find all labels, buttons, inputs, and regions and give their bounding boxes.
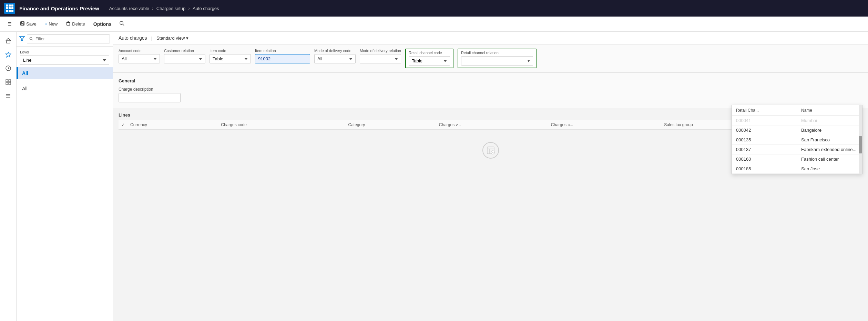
customer-relation-label: Customer relation: [164, 49, 205, 53]
col-check: ✓: [119, 120, 127, 130]
breadcrumb-auto-charges[interactable]: Auto charges: [193, 6, 219, 11]
delete-button[interactable]: Delete: [62, 19, 89, 29]
left-panel: Level Line All All: [17, 32, 113, 321]
main-content: Auto charges | Standard view ▾ Account c…: [113, 32, 868, 321]
filter-retail-channel-relation: Retail channel relation ▾: [458, 49, 537, 68]
save-icon: [20, 21, 25, 27]
account-code-label: Account code: [119, 49, 160, 53]
col-charges-code: Charges code: [218, 120, 345, 130]
dropdown-scrollbar-track[interactable]: [859, 105, 862, 174]
item-relation-select[interactable]: 91002: [255, 54, 310, 63]
nav-list: All All: [17, 67, 113, 321]
level-select[interactable]: Line: [20, 56, 109, 65]
dropdown-row-truncated[interactable]: 000041 Mumbai: [732, 116, 862, 126]
general-section-title: General: [119, 78, 862, 83]
sidebar-item-list[interactable]: [2, 90, 14, 102]
dropdown-col1-header: Retail Cha...: [732, 107, 797, 114]
svg-point-6: [120, 21, 123, 24]
sidebar-item-home[interactable]: [2, 34, 14, 47]
nav-item-all-active[interactable]: All: [17, 67, 113, 79]
sidebar-icons: [0, 32, 17, 321]
new-icon: +: [45, 21, 48, 27]
dropdown-row-4[interactable]: 000185 San Jose: [732, 164, 862, 174]
view-chevron-icon: ▾: [186, 36, 188, 41]
dropdown-cell-name-4: San Jose: [797, 166, 862, 171]
filter-bar: [17, 32, 113, 47]
dropdown-row-2[interactable]: 000137 Fabrikam extended online...: [732, 145, 862, 154]
svg-rect-14: [9, 82, 11, 84]
view-selector[interactable]: Standard view ▾: [156, 36, 188, 41]
mode-delivery-relation-select[interactable]: [360, 54, 401, 63]
dropdown-cell-name-2: Fabrikam extended online...: [797, 147, 862, 152]
filter-mode-delivery-code: Mode of delivery code All: [314, 49, 356, 63]
retail-channel-relation-input[interactable]: [461, 57, 525, 65]
dropdown-cell-code-2: 000137: [732, 147, 797, 152]
hamburger-icon: ☰: [8, 21, 12, 27]
new-button[interactable]: + New: [41, 19, 61, 29]
charge-description-label: Charge description: [119, 87, 181, 92]
content-header: Auto charges | Standard view ▾: [113, 32, 868, 44]
main-layout: Level Line All All Auto charges | Standa…: [0, 32, 868, 321]
customer-relation-select[interactable]: [164, 54, 205, 63]
pipe-separator: |: [151, 36, 152, 41]
breadcrumb-accounts-receivable[interactable]: Accounts receivable: [109, 6, 149, 11]
charge-description-input[interactable]: [119, 93, 181, 102]
filter-input[interactable]: [27, 34, 110, 43]
mode-delivery-code-select[interactable]: All: [314, 54, 356, 63]
search-button[interactable]: [116, 19, 127, 30]
item-code-select[interactable]: Table: [210, 54, 251, 63]
page-title: Auto charges: [119, 35, 147, 41]
dropdown-scrollbar-thumb: [859, 136, 862, 153]
nav-item-all[interactable]: All: [17, 82, 113, 95]
filter-account-code: Account code All: [119, 49, 160, 63]
retail-channel-code-select[interactable]: Table: [409, 56, 450, 66]
dropdown-cell-code-4: 000185: [732, 166, 797, 171]
dropdown-cell-name-0: Bangalore: [797, 128, 862, 133]
breadcrumb: Accounts receivable › Charges setup › Au…: [109, 6, 219, 11]
dropdown-cell-name-1: San Francisco: [797, 137, 862, 142]
svg-line-7: [123, 24, 124, 26]
filter-icon[interactable]: [19, 36, 25, 42]
hamburger-menu-button[interactable]: ☰: [4, 19, 15, 29]
svg-rect-11: [6, 80, 8, 82]
retail-channel-relation-dropdown: Retail Cha... Name 000041 Mumbai 000042 …: [732, 105, 862, 174]
sidebar-item-grid[interactable]: [2, 76, 14, 88]
dropdown-cell-name-truncated: Mumbai: [797, 118, 862, 123]
dropdown-row-1[interactable]: 000135 San Francisco: [732, 135, 862, 145]
mode-delivery-relation-label: Mode of delivery relation: [360, 49, 401, 53]
item-relation-label: Item relation: [255, 49, 310, 53]
general-section: General Charge description: [113, 73, 868, 108]
save-button[interactable]: Save: [17, 19, 40, 29]
save-label: Save: [26, 21, 37, 27]
filter-customer-relation: Customer relation: [164, 49, 205, 63]
lines-title: Lines: [119, 112, 130, 118]
nav-divider: [20, 81, 109, 81]
dropdown-cell-code-1: 000135: [732, 137, 797, 142]
new-label: New: [49, 21, 58, 27]
dropdown-row-3[interactable]: 000160 Fashion call center: [732, 154, 862, 164]
dropdown-row-0[interactable]: 000042 Bangalore: [732, 126, 862, 135]
svg-rect-1: [21, 22, 23, 23]
filter-item-code: Item code Table: [210, 49, 251, 63]
svg-rect-2: [21, 24, 24, 25]
sidebar-item-recent[interactable]: [2, 62, 14, 74]
checkmark-icon: ✓: [121, 122, 125, 127]
sidebar-item-favorites[interactable]: [2, 48, 14, 61]
svg-rect-12: [9, 80, 11, 82]
filter-mode-delivery-relation: Mode of delivery relation: [360, 49, 401, 63]
account-code-select[interactable]: All: [119, 54, 160, 63]
relation-chevron-icon[interactable]: ▾: [525, 57, 533, 65]
filter-retail-channel-code: Retail channel code Table: [405, 49, 453, 68]
options-button[interactable]: Options: [90, 19, 115, 29]
charge-description-field: Charge description: [119, 87, 181, 102]
content-title-row: Auto charges | Standard view ▾: [119, 35, 862, 41]
retail-channel-relation-label: Retail channel relation: [461, 51, 533, 55]
general-form-row: Charge description: [119, 87, 862, 102]
filters-row: Account code All Customer relation Item …: [113, 44, 868, 73]
level-label: Level: [20, 50, 109, 54]
waffle-menu-button[interactable]: [4, 3, 15, 14]
waffle-icon: [6, 4, 13, 12]
svg-rect-13: [6, 82, 8, 84]
col-category: Category: [346, 120, 436, 130]
breadcrumb-charges-setup[interactable]: Charges setup: [156, 6, 186, 11]
